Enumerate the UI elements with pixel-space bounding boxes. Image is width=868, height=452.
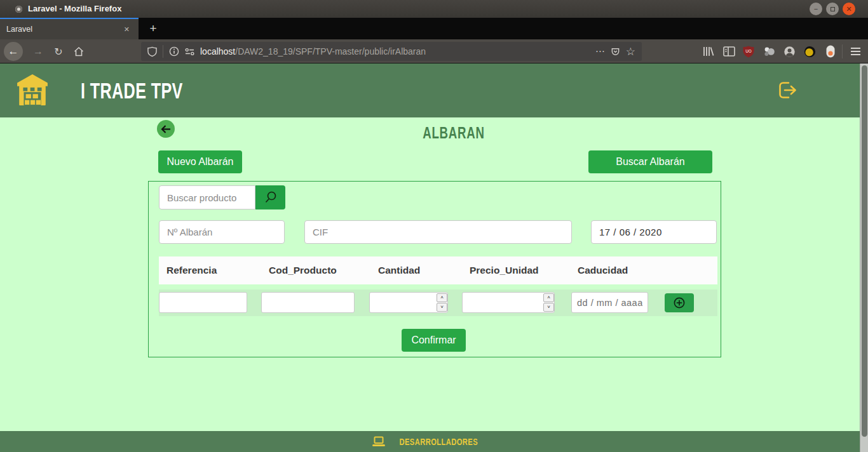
ublock-origin-icon[interactable]: UO bbox=[740, 43, 757, 60]
page-title: ALBARAN bbox=[423, 123, 485, 143]
url-bar[interactable]: localhost/DAW2_18_19/SPF/TPV-master/publ… bbox=[141, 42, 642, 61]
url-host: localhost bbox=[200, 46, 235, 56]
menu-button[interactable] bbox=[846, 43, 864, 60]
svg-text:UO: UO bbox=[745, 48, 752, 53]
col-header-cod-producto: Cod_Producto bbox=[261, 265, 370, 276]
back-arrow-icon bbox=[160, 124, 172, 134]
logout-icon bbox=[776, 79, 799, 101]
forward-button[interactable]: → bbox=[29, 43, 47, 60]
extension-yellow-icon[interactable] bbox=[801, 43, 818, 60]
page-actions-icon[interactable]: ⋯ bbox=[595, 46, 605, 57]
site-info-icon[interactable] bbox=[169, 46, 179, 56]
url-divider bbox=[163, 45, 163, 58]
maximize-button[interactable] bbox=[826, 3, 839, 15]
spinner-down-button[interactable]: ˅ bbox=[543, 303, 554, 312]
home-button[interactable] bbox=[70, 43, 88, 60]
toolbar-divider bbox=[842, 44, 843, 58]
warehouse-icon bbox=[17, 74, 48, 107]
site-header: I TRADE TPV bbox=[0, 63, 860, 117]
referencia-input[interactable] bbox=[159, 292, 247, 313]
col-header-caducidad: Caducidad bbox=[570, 265, 717, 276]
table-header-row: Referencia Cod_Producto Cantidad Precio_… bbox=[159, 256, 717, 284]
window-title: Laravel - Mozilla Firefox bbox=[28, 4, 121, 13]
logout-button[interactable] bbox=[776, 79, 799, 101]
precio-spinner: ˄ ˅ bbox=[543, 293, 554, 312]
num-albaran-input[interactable] bbox=[159, 220, 285, 244]
extension-molecule-icon[interactable] bbox=[760, 43, 778, 60]
fecha-albaran-input[interactable] bbox=[591, 220, 717, 244]
search-icon bbox=[263, 190, 278, 205]
col-header-cantidad: Cantidad bbox=[370, 265, 462, 276]
precio-unidad-input[interactable] bbox=[462, 292, 555, 313]
new-tab-button[interactable]: + bbox=[145, 20, 161, 37]
library-icon[interactable] bbox=[699, 43, 717, 60]
minimize-button[interactable]: − bbox=[810, 3, 822, 15]
reload-icon: ↻ bbox=[54, 46, 62, 58]
laptop-icon bbox=[372, 436, 385, 447]
tab-label: Laravel bbox=[6, 25, 121, 34]
col-header-precio-unidad: Precio_Unidad bbox=[462, 265, 570, 276]
forward-icon: → bbox=[33, 46, 43, 57]
site-footer: DESARROLLADORES bbox=[0, 431, 860, 452]
close-icon: ✕ bbox=[846, 5, 851, 13]
bookmark-star-icon[interactable]: ☆ bbox=[626, 45, 635, 58]
search-product-input[interactable] bbox=[159, 185, 255, 209]
caducidad-input[interactable] bbox=[571, 292, 648, 313]
tracking-shield-icon[interactable] bbox=[147, 46, 157, 57]
home-icon bbox=[73, 46, 85, 57]
page-viewport: I TRADE TPV ALBARAN Nuevo Albarán Buscar… bbox=[0, 63, 860, 452]
maximize-icon bbox=[831, 7, 835, 11]
confirmar-button[interactable]: Confirmar bbox=[402, 329, 466, 352]
nuevo-albaran-button[interactable]: Nuevo Albarán bbox=[158, 150, 242, 173]
permissions-icon[interactable] bbox=[185, 48, 194, 56]
window-app-icon bbox=[15, 6, 22, 13]
brand-title: I TRADE TPV bbox=[81, 78, 183, 103]
back-button[interactable]: ← bbox=[4, 42, 23, 61]
product-entry-row: ˄ ˅ ˄ ˅ bbox=[159, 289, 717, 316]
spinner-up-button[interactable]: ˄ bbox=[437, 293, 447, 302]
scrollbar[interactable] bbox=[860, 63, 868, 452]
plus-circle-icon bbox=[672, 296, 686, 310]
col-header-referencia: Referencia bbox=[159, 265, 261, 276]
tab-laravel[interactable]: Laravel ✕ bbox=[0, 18, 139, 39]
extension-orange-icon[interactable] bbox=[822, 43, 839, 60]
minimize-icon: − bbox=[814, 5, 818, 13]
cif-input[interactable] bbox=[304, 220, 572, 244]
buscar-albaran-button[interactable]: Buscar Albarán bbox=[588, 150, 712, 173]
scrollbar-thumb[interactable] bbox=[862, 65, 867, 437]
url-path: /DAW2_18_19/SPF/TPV-master/public/irAlba… bbox=[235, 46, 426, 56]
account-icon[interactable] bbox=[780, 43, 798, 60]
reload-button[interactable]: ↻ bbox=[50, 43, 67, 60]
firefox-window: Laravel - Mozilla Firefox − ✕ Laravel ✕ … bbox=[0, 0, 868, 452]
sidebars-icon[interactable] bbox=[720, 43, 738, 60]
tab-bar: Laravel ✕ + bbox=[0, 18, 868, 39]
back-icon: ← bbox=[8, 45, 19, 58]
pocket-icon[interactable] bbox=[611, 47, 620, 56]
cod-producto-input[interactable] bbox=[261, 292, 355, 313]
add-product-button[interactable] bbox=[665, 293, 694, 312]
url-text[interactable]: localhost/DAW2_18_19/SPF/TPV-master/publ… bbox=[200, 46, 426, 56]
spinner-down-button[interactable]: ˅ bbox=[437, 303, 447, 312]
page-back-button[interactable] bbox=[157, 120, 175, 138]
search-product-button[interactable] bbox=[255, 185, 285, 209]
navigation-toolbar: ← → ↻ localhost/DAW2_18_19/SPF/TPV-maste… bbox=[0, 39, 868, 63]
developers-link[interactable]: DESARROLLADORES bbox=[399, 437, 478, 447]
cantidad-spinner: ˄ ˅ bbox=[437, 293, 447, 312]
spinner-up-button[interactable]: ˄ bbox=[543, 293, 554, 302]
titlebar: Laravel - Mozilla Firefox − ✕ bbox=[0, 0, 868, 18]
close-window-button[interactable]: ✕ bbox=[843, 3, 855, 15]
tab-close-icon[interactable]: ✕ bbox=[121, 24, 132, 35]
albaran-form-panel: Referencia Cod_Producto Cantidad Precio_… bbox=[148, 181, 721, 357]
